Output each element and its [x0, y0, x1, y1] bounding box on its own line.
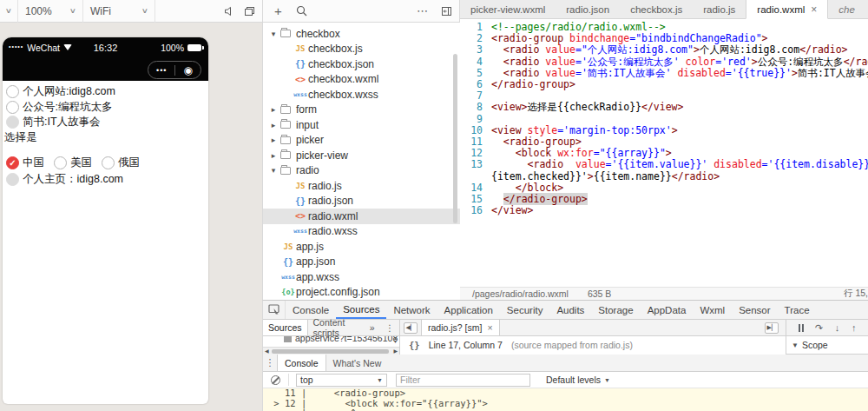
clear-console-icon[interactable]: [271, 375, 280, 385]
collapse-panel-icon[interactable]: [441, 6, 452, 17]
windows-icon[interactable]: [244, 6, 255, 17]
devtools-tab-sensor[interactable]: Sensor: [732, 301, 777, 319]
token: >: [694, 43, 700, 56]
simulator-toolbar: ∨ 100% ∨ WiFi ∨: [0, 0, 262, 23]
devtools-tab-application[interactable]: Application: [437, 301, 500, 319]
scope-section[interactable]: ▼ Scope: [786, 336, 868, 355]
devtools-tab-audits[interactable]: Audits: [549, 301, 591, 319]
token: ="个人网站:idig8.com": [575, 43, 694, 56]
close-icon[interactable]: ×: [811, 3, 817, 16]
filter-input[interactable]: [396, 374, 530, 387]
scroll-left-icon[interactable]: ◀: [265, 348, 269, 355]
levels-dropdown[interactable]: Default levels ▼: [546, 375, 610, 385]
add-file-icon[interactable]: +: [274, 3, 282, 18]
devtools-tab-trace[interactable]: Trace: [778, 301, 817, 319]
script-file-icon: [284, 336, 292, 342]
devtools-tab-sources[interactable]: Sources: [336, 301, 386, 319]
file-label: picker-view: [296, 149, 348, 162]
home-icon[interactable]: ◉: [184, 65, 193, 76]
token: ='red': [715, 56, 752, 68]
chevron-right-icon[interactable]: ▸: [268, 136, 279, 144]
device-selector-dropdown[interactable]: ∨: [0, 0, 17, 22]
hide-navigator-icon[interactable]: ◀▏: [404, 322, 418, 334]
radio-row: 个人网站:idig8.com: [4, 83, 207, 100]
radio-unchecked-icon[interactable]: [54, 156, 67, 169]
file-row-checkbox-wxss[interactable]: wxsscheckbox.wxss: [263, 87, 460, 103]
scrollbar-thumb[interactable]: [272, 349, 389, 354]
file-row-app-wxss[interactable]: wxssapp.wxss: [263, 269, 460, 285]
navigator-more-tabs[interactable]: »: [365, 320, 380, 335]
chevron-right-icon[interactable]: ▸: [268, 151, 279, 160]
token: </radio-group>: [491, 78, 575, 90]
editor-tab-radio-json[interactable]: radio.json: [556, 0, 620, 18]
file-row-radio-json[interactable]: {}radio.json: [263, 194, 460, 209]
file-row-radio-wxml[interactable]: <>radio.wxml: [263, 209, 460, 224]
devtools-tab-wxml[interactable]: Wxml: [693, 301, 732, 319]
kebab-menu-icon[interactable]: ⋮: [380, 320, 400, 335]
token: </radio>: [799, 43, 847, 56]
explorer-scrollbar[interactable]: [453, 54, 457, 223]
folder-row-checkbox[interactable]: ▾checkbox: [263, 26, 460, 42]
file-row-checkbox-json[interactable]: {}checkbox.json: [263, 56, 460, 72]
radio-unchecked-icon[interactable]: [6, 85, 19, 98]
network-dropdown[interactable]: WiFi ∨: [83, 0, 155, 22]
devtools-tab-appdata[interactable]: AppData: [641, 301, 694, 319]
navigator-tab-sources[interactable]: Sources: [263, 320, 308, 335]
navigator-hscrollbar[interactable]: ◀ ▶: [263, 347, 399, 355]
file-row-app-js[interactable]: JSapp.js: [263, 239, 460, 255]
devtools-tab-network[interactable]: Network: [386, 301, 437, 319]
console-tab[interactable]: Console: [277, 355, 326, 371]
file-row-app-json[interactable]: {}app.json: [263, 255, 460, 270]
file-row-checkbox-js[interactable]: JScheckbox.js: [263, 42, 460, 57]
chevron-right-icon[interactable]: ▸: [268, 105, 279, 114]
navigator-tree-item[interactable]: appservice?t=153456108: [263, 336, 399, 343]
editor-tab-radio-wxml[interactable]: radio.wxml×: [746, 0, 828, 19]
token: >: [666, 147, 672, 159]
pause-script-icon[interactable]: [799, 324, 804, 332]
more-icon[interactable]: ⋯: [417, 4, 429, 17]
scroll-spinner-icon[interactable]: ▲▼: [393, 336, 398, 343]
source-file-tab[interactable]: radio.js? [sm] ×: [421, 320, 500, 335]
step-into-icon[interactable]: ↓: [835, 323, 840, 333]
editor-tab-picker-view-wxml[interactable]: picker-view.wxml: [460, 0, 556, 18]
close-icon[interactable]: ×: [487, 322, 492, 333]
search-icon[interactable]: [296, 5, 307, 17]
chevron-down-icon[interactable]: ▾: [268, 30, 279, 38]
zoom-dropdown[interactable]: 100% ∨: [18, 0, 82, 22]
whats-new-tab[interactable]: What's New: [326, 355, 389, 371]
devtools-tab-console[interactable]: Console: [286, 301, 336, 319]
context-select[interactable]: top ▼: [296, 374, 387, 387]
folder-row-picker[interactable]: ▸picker: [263, 133, 460, 149]
file-row-radio-js[interactable]: JSradio.js: [263, 178, 460, 194]
folder-row-radio[interactable]: ▾radio: [263, 163, 460, 179]
editor-tab-checkbox-js[interactable]: checkbox.js: [620, 0, 693, 18]
show-debugger-icon[interactable]: ▶▏: [765, 322, 779, 334]
scroll-right-icon[interactable]: ▶: [393, 348, 398, 355]
file-row-radio-wxss[interactable]: wxssradio.wxss: [263, 224, 460, 240]
editor-tab-radio-js[interactable]: radio.js: [693, 0, 746, 18]
step-over-icon[interactable]: ↷: [815, 323, 823, 333]
folder-row-picker-view[interactable]: ▸picker-view: [263, 148, 460, 163]
inspect-element-icon[interactable]: [263, 301, 286, 319]
devtools-tab-security[interactable]: Security: [500, 301, 550, 319]
chevron-down-icon[interactable]: ▾: [268, 166, 279, 175]
js-file-icon: JS: [293, 44, 308, 53]
chevron-right-icon[interactable]: ▸: [268, 121, 279, 129]
file-row-checkbox-wxml[interactable]: <>checkbox.wxml: [263, 72, 460, 88]
more-menu-icon[interactable]: •••: [156, 66, 167, 75]
folder-row-input[interactable]: ▸input: [263, 117, 460, 133]
code-text: <view>选择是{{checkRadio}}</view>: [491, 102, 683, 113]
mute-icon[interactable]: [224, 6, 235, 17]
navigator-tab-content-scripts[interactable]: Content scripts: [308, 320, 365, 335]
radio-unchecked-icon[interactable]: [6, 101, 19, 114]
radio-checked-icon[interactable]: ✓: [6, 156, 19, 169]
code-editor[interactable]: 1<!--pages/radio/radio.wxml-->2<radio-gr…: [460, 19, 868, 287]
step-out-icon[interactable]: ↑: [852, 323, 857, 333]
editor-tab-che[interactable]: che: [828, 0, 855, 18]
radio-unchecked-icon[interactable]: [102, 156, 115, 169]
pretty-print-icon[interactable]: {}: [409, 340, 420, 350]
kebab-menu-icon[interactable]: ⋮: [263, 355, 277, 371]
devtools-tab-storage[interactable]: Storage: [591, 301, 640, 319]
folder-row-form[interactable]: ▸form: [263, 103, 460, 118]
file-row-project-config-json[interactable]: {o}project.config.json: [263, 285, 460, 301]
